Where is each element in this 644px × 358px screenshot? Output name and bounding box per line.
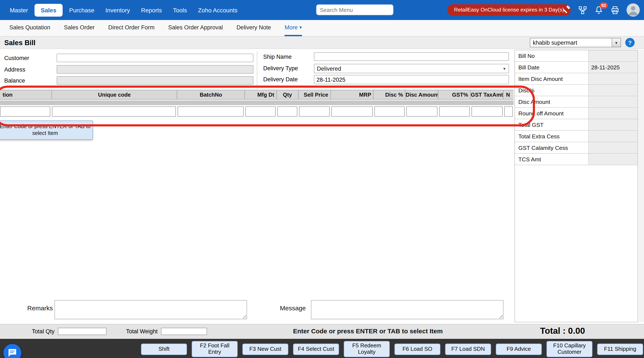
form-divider bbox=[257, 51, 257, 89]
grand-total: Total : 0.00 bbox=[540, 326, 585, 336]
summary-label: Disc% bbox=[515, 85, 588, 96]
content-area: Customer Address Balance Ship Name Deliv… bbox=[0, 49, 644, 324]
f2-foot-fall-entry-button[interactable]: F2 Foot Fall Entry bbox=[192, 341, 238, 357]
dropdown-arrow-icon[interactable]: ▾ bbox=[612, 38, 620, 47]
total-weight-label: Total Weight bbox=[120, 328, 158, 335]
message-label: Message bbox=[268, 304, 306, 312]
grid-selected-row-strip bbox=[0, 100, 514, 105]
subnav-delivery-note[interactable]: Delivery Note bbox=[236, 20, 271, 36]
f4-select-cust-button[interactable]: F4 Select Cust bbox=[293, 343, 339, 355]
delivery-type-select[interactable]: Delivered ▾ bbox=[314, 64, 509, 73]
cell-clipped-input[interactable] bbox=[504, 106, 513, 117]
totals-strip: Total Qty Total Weight Enter Code or pre… bbox=[0, 324, 644, 339]
item-entry-tooltip: Enter Code or press ENTER or TAB to sele… bbox=[0, 120, 93, 139]
cell-disc-pct-input[interactable] bbox=[374, 106, 405, 117]
cell-disc-amount-input[interactable] bbox=[406, 106, 438, 117]
cell-mfg-dt-input[interactable] bbox=[245, 106, 276, 117]
message-textarea[interactable] bbox=[311, 300, 504, 319]
subnav-sales-quotation[interactable]: Sales Quotation bbox=[9, 20, 50, 36]
customer-label: Customer bbox=[4, 55, 29, 61]
menu-item-tools[interactable]: Tools bbox=[168, 3, 192, 16]
summary-label: Bill No bbox=[515, 50, 588, 61]
cell-description-input[interactable] bbox=[0, 106, 50, 117]
bell-icon[interactable]: 62 bbox=[594, 5, 604, 15]
f11-shipping-button[interactable]: F11 Shipping bbox=[597, 343, 643, 355]
f3-new-cust-button[interactable]: F3 New Cust bbox=[242, 343, 288, 355]
column-header-disc-amount: Disc Amount bbox=[406, 90, 438, 99]
sitemap-icon[interactable] bbox=[578, 5, 587, 15]
customer-input[interactable] bbox=[57, 54, 254, 62]
total-weight-input[interactable] bbox=[161, 328, 207, 335]
summary-row: Bill No bbox=[515, 50, 638, 62]
gavel-icon[interactable] bbox=[562, 5, 571, 15]
column-header-gst-taxamt: GST TaxAmt bbox=[471, 90, 504, 99]
column-header-sell-price: Sell Price bbox=[298, 90, 331, 99]
delivery-date-input[interactable] bbox=[314, 75, 509, 84]
summary-label: Total GST bbox=[515, 119, 588, 130]
column-header-qty: Qty bbox=[277, 90, 298, 99]
cell-batchno-input[interactable] bbox=[178, 106, 244, 117]
summary-value bbox=[588, 96, 638, 107]
summary-row: TCS Amt bbox=[515, 154, 638, 165]
summary-row: Total Extra Cess bbox=[515, 131, 638, 142]
help-icon[interactable]: ? bbox=[625, 38, 635, 47]
menu-item-purchase[interactable]: Purchase bbox=[64, 3, 99, 16]
cell-qty-input[interactable] bbox=[277, 106, 297, 117]
f10-capillary-customer-button[interactable]: F10 Capillary Customer bbox=[546, 341, 592, 357]
f9-advice-button[interactable]: F9 Advice bbox=[496, 343, 542, 355]
store-selector-value: khabib supermart bbox=[530, 39, 612, 46]
column-header-gst-pct: GST% bbox=[438, 90, 471, 99]
subnav-sales-order[interactable]: Sales Order bbox=[64, 20, 94, 36]
grid-entry-row bbox=[0, 106, 514, 117]
chevron-down-icon: ▾ bbox=[300, 25, 302, 30]
page-title: Sales Bill bbox=[0, 38, 36, 47]
store-selector[interactable]: khabib supermart ▾ bbox=[530, 38, 621, 47]
cell-unique-code-input[interactable] bbox=[52, 106, 176, 117]
summary-label: GST Calamity Cess bbox=[515, 142, 588, 153]
page-header: Sales Bill khabib supermart ▾ ? bbox=[0, 37, 644, 49]
printer-icon[interactable] bbox=[610, 5, 620, 15]
license-warning-badge[interactable]: RetailEasy OnCloud license expires in 3 … bbox=[447, 4, 571, 16]
summary-value bbox=[588, 85, 638, 96]
f5-redeem-loyalty-button[interactable]: F5 Redeem Loyalty bbox=[344, 341, 390, 357]
cell-gst-taxamt-input[interactable] bbox=[472, 106, 502, 117]
shift-button[interactable]: Shift bbox=[141, 343, 187, 355]
subnav-more-label: More bbox=[284, 24, 298, 31]
summary-row: Disc% bbox=[515, 85, 638, 96]
cell-sell-price-input[interactable] bbox=[299, 106, 330, 117]
items-grid-header: tion Unique code BatchNo Mfg Dt Qty Sell… bbox=[0, 90, 514, 100]
column-header-description: tion bbox=[0, 90, 52, 99]
menu-item-master[interactable]: Master bbox=[5, 3, 33, 16]
subnav-more[interactable]: More ▾ bbox=[284, 20, 302, 36]
summary-label: Disc Amount bbox=[515, 96, 588, 107]
delivery-date-label: Delivery Date bbox=[263, 76, 298, 83]
delivery-type-label: Delivery Type bbox=[263, 65, 298, 71]
cell-gst-pct-input[interactable] bbox=[439, 106, 470, 117]
top-bar: Master Sales Purchase Inventory Reports … bbox=[0, 0, 644, 20]
notification-count-badge: 62 bbox=[600, 2, 608, 8]
remarks-textarea[interactable] bbox=[54, 300, 247, 319]
menu-item-inventory[interactable]: Inventory bbox=[101, 3, 134, 16]
balance-label: Balance bbox=[4, 77, 25, 84]
menu-item-reports[interactable]: Reports bbox=[136, 3, 166, 16]
column-header-clipped: N bbox=[504, 90, 514, 99]
address-label: Address bbox=[4, 66, 25, 73]
ship-name-input[interactable] bbox=[314, 52, 509, 61]
main-menu: Master Sales Purchase Inventory Reports … bbox=[0, 3, 242, 16]
ship-name-label: Ship Name bbox=[263, 54, 292, 60]
subnav-sales-order-approval[interactable]: Sales Order Approval bbox=[168, 20, 223, 36]
summary-value bbox=[588, 131, 638, 142]
f7-load-sdn-button[interactable]: F7 Load SDN bbox=[445, 343, 491, 355]
f6-load-so-button[interactable]: F6 Load SO bbox=[394, 343, 440, 355]
user-avatar[interactable] bbox=[626, 3, 640, 16]
search-input[interactable] bbox=[316, 4, 394, 15]
cell-mrp-input[interactable] bbox=[331, 106, 373, 117]
sales-sub-nav: Sales Quotation Sales Order Direct Order… bbox=[0, 20, 644, 37]
summary-value bbox=[588, 50, 638, 61]
menu-item-zoho-accounts[interactable]: Zoho Accounts bbox=[193, 3, 242, 16]
summary-value bbox=[588, 108, 638, 119]
summary-row: Total GST bbox=[515, 119, 638, 131]
total-qty-input[interactable] bbox=[58, 328, 106, 335]
subnav-direct-order-form[interactable]: Direct Order Form bbox=[108, 20, 154, 36]
menu-item-sales[interactable]: Sales bbox=[34, 3, 63, 16]
